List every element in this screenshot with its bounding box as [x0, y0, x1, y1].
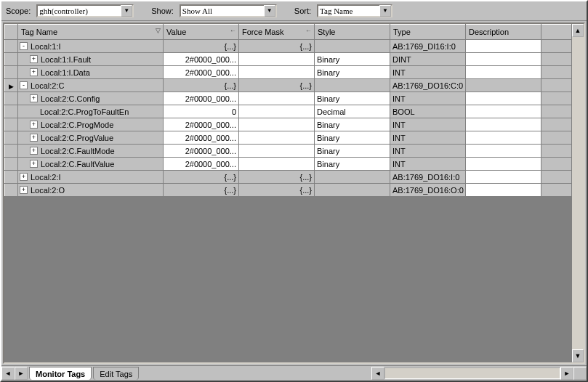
- size-grip-icon[interactable]: [573, 367, 587, 380]
- expand-icon[interactable]: +: [30, 121, 38, 129]
- cell-description[interactable]: [466, 92, 541, 105]
- col-style[interactable]: Style: [315, 25, 390, 40]
- cell-value[interactable]: {...}: [164, 184, 239, 197]
- cell-style[interactable]: Binary: [315, 66, 390, 79]
- cell-value[interactable]: 2#0000_000...: [164, 131, 239, 145]
- cell-tag-name[interactable]: +Local:2:C.FaultValue: [18, 158, 164, 171]
- expand-icon[interactable]: +: [20, 186, 28, 194]
- row-header[interactable]: [5, 92, 18, 105]
- scope-input[interactable]: [38, 7, 121, 15]
- cell-description[interactable]: [466, 171, 541, 184]
- scroll-up-icon[interactable]: ▲: [572, 24, 584, 37]
- chevron-down-icon[interactable]: ▼: [264, 5, 275, 17]
- collapse-icon[interactable]: -: [20, 42, 28, 50]
- cell-tag-name[interactable]: -Local:1:I: [18, 40, 164, 53]
- cell-tag-name[interactable]: +Local:2:C.Config: [18, 92, 164, 105]
- vertical-scrollbar[interactable]: ▲ ▼: [571, 24, 584, 362]
- row-header[interactable]: [5, 53, 18, 66]
- table-row[interactable]: +Local:1:I.Fault2#0000_000...BinaryDINT: [5, 53, 584, 66]
- cell-description[interactable]: [466, 158, 541, 171]
- rowheader-col[interactable]: [5, 25, 18, 40]
- cell-description[interactable]: [466, 53, 541, 66]
- cell-tag-name[interactable]: -Local:2:C: [18, 79, 164, 92]
- cell-tag-name[interactable]: Local:2:C.ProgToFaultEn: [18, 105, 164, 118]
- row-header[interactable]: [5, 66, 18, 79]
- cell-force-mask[interactable]: {...}: [239, 184, 315, 197]
- table-row[interactable]: +Local:2:O{...}{...}AB:1769_DO16:O:0: [5, 184, 584, 197]
- hscroll-right-icon[interactable]: ►: [560, 367, 573, 380]
- cell-force-mask[interactable]: [239, 66, 315, 79]
- row-header[interactable]: [5, 145, 18, 158]
- expand-icon[interactable]: +: [30, 147, 38, 155]
- cell-style[interactable]: Binary: [315, 53, 390, 66]
- expand-icon[interactable]: +: [30, 94, 38, 102]
- cell-value[interactable]: 2#0000_000...: [164, 118, 239, 131]
- table-row[interactable]: Local:2:C.ProgToFaultEn0DecimalBOOL: [5, 105, 584, 118]
- chevron-down-icon[interactable]: ▼: [379, 5, 391, 17]
- hscroll-track[interactable]: [384, 367, 560, 379]
- cell-force-mask[interactable]: [239, 145, 315, 158]
- table-row[interactable]: +Local:1:I.Data2#0000_000...BinaryINT: [5, 66, 584, 79]
- table-row[interactable]: +Local:2:C.ProgValue2#0000_000...BinaryI…: [5, 131, 584, 145]
- expand-icon[interactable]: +: [30, 68, 38, 76]
- cell-style[interactable]: [315, 79, 390, 92]
- col-description[interactable]: Description: [466, 25, 541, 40]
- row-header[interactable]: [5, 79, 18, 92]
- table-row[interactable]: +Local:2:C.ProgMode2#0000_000...BinaryIN…: [5, 118, 584, 131]
- cell-description[interactable]: [466, 66, 541, 79]
- col-force-mask[interactable]: Force Mask←: [239, 25, 315, 40]
- expand-icon[interactable]: +: [20, 173, 28, 181]
- row-header[interactable]: [5, 171, 18, 184]
- cell-force-mask[interactable]: [239, 158, 315, 171]
- cell-description[interactable]: [466, 79, 541, 92]
- scroll-down-icon[interactable]: ▼: [572, 349, 584, 362]
- table-row[interactable]: -Local:1:I{...}{...}AB:1769_DI16:I:0: [5, 40, 584, 53]
- cell-value[interactable]: 0: [164, 105, 239, 118]
- expand-icon[interactable]: +: [30, 160, 38, 168]
- cell-description[interactable]: [466, 105, 541, 118]
- cell-style[interactable]: [315, 184, 390, 197]
- cell-style[interactable]: Binary: [315, 92, 390, 105]
- cell-force-mask[interactable]: {...}: [239, 79, 315, 92]
- cell-value[interactable]: 2#0000_000...: [164, 66, 239, 79]
- cell-tag-name[interactable]: +Local:2:O: [18, 184, 164, 197]
- cell-value[interactable]: {...}: [164, 40, 239, 53]
- cell-tag-name[interactable]: +Local:2:C.FaultMode: [18, 145, 164, 158]
- cell-force-mask[interactable]: [239, 131, 315, 145]
- table-row[interactable]: +Local:2:C.FaultValue2#0000_000...Binary…: [5, 158, 584, 171]
- cell-style[interactable]: Binary: [315, 145, 390, 158]
- table-row[interactable]: +Local:2:C.Config2#0000_000...BinaryINT: [5, 92, 584, 105]
- cell-style[interactable]: Decimal: [315, 105, 390, 118]
- tab-edit-tags[interactable]: Edit Tags: [93, 367, 139, 380]
- expand-icon[interactable]: +: [30, 134, 38, 142]
- cell-value[interactable]: 2#0000_000...: [164, 145, 239, 158]
- cell-tag-name[interactable]: +Local:1:I.Fault: [18, 53, 164, 66]
- cell-value[interactable]: {...}: [164, 79, 239, 92]
- cell-tag-name[interactable]: +Local:2:C.ProgValue: [18, 131, 164, 145]
- cell-description[interactable]: [466, 184, 541, 197]
- cell-style[interactable]: Binary: [315, 158, 390, 171]
- chevron-down-icon[interactable]: ▼: [121, 5, 132, 17]
- cell-tag-name[interactable]: +Local:2:I: [18, 171, 164, 184]
- tab-scroll-left-icon[interactable]: ◄: [1, 367, 15, 380]
- cell-force-mask[interactable]: {...}: [239, 171, 315, 184]
- table-row[interactable]: -Local:2:C{...}{...}AB:1769_DO16:C:0: [5, 79, 584, 92]
- tab-monitor-tags[interactable]: Monitor Tags: [29, 367, 92, 380]
- cell-value[interactable]: {...}: [164, 171, 239, 184]
- cell-style[interactable]: Binary: [315, 118, 390, 131]
- hscroll-left-icon[interactable]: ◄: [371, 367, 384, 380]
- scroll-track[interactable]: [572, 37, 584, 349]
- scope-combo[interactable]: ▼: [36, 4, 134, 17]
- col-tag-name[interactable]: Tag Name▽: [18, 25, 164, 40]
- cell-description[interactable]: [466, 131, 541, 145]
- cell-style[interactable]: Binary: [315, 131, 390, 145]
- cell-force-mask[interactable]: [239, 118, 315, 131]
- collapse-icon[interactable]: -: [20, 81, 28, 89]
- cell-style[interactable]: [315, 40, 390, 53]
- row-header[interactable]: [5, 184, 18, 197]
- cell-description[interactable]: [466, 145, 541, 158]
- row-header[interactable]: [5, 158, 18, 171]
- row-header[interactable]: [5, 118, 18, 131]
- row-header[interactable]: [5, 40, 18, 53]
- cell-value[interactable]: 2#0000_000...: [164, 92, 239, 105]
